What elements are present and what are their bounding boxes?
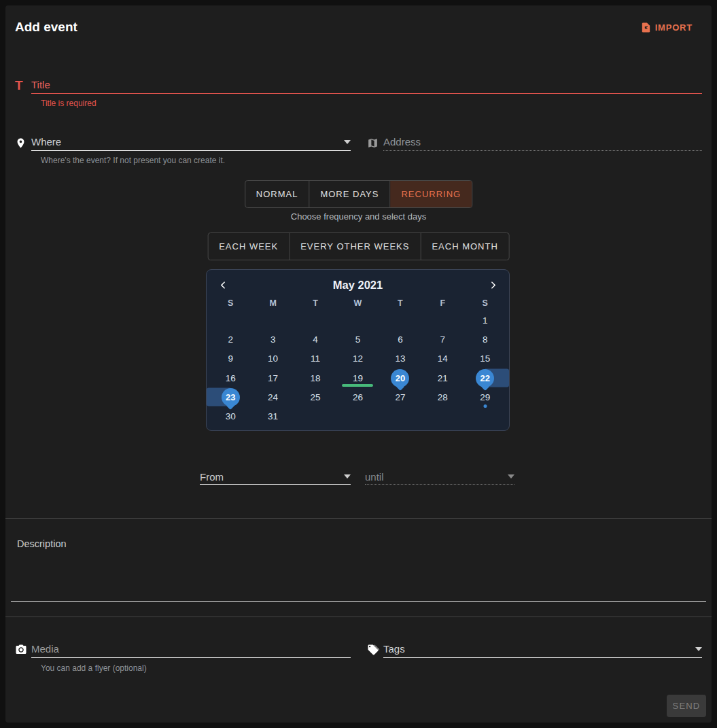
calendar-day[interactable]: 19 xyxy=(336,368,379,387)
calendar-day[interactable]: 22 xyxy=(464,368,506,387)
calendar-day[interactable]: 13 xyxy=(379,349,421,368)
calendar-day[interactable]: 12 xyxy=(336,349,379,368)
day-number: 13 xyxy=(395,353,405,364)
chevron-down-icon xyxy=(344,140,351,144)
calendar-day[interactable]: 2 xyxy=(209,330,251,349)
add-event-dialog: Add event IMPORT T Title Title is requir… xyxy=(5,5,712,723)
calendar-day[interactable]: 6 xyxy=(379,330,421,349)
import-button[interactable]: IMPORT xyxy=(640,22,693,33)
calendar: May 2021 SMTWTFS 12345678910111213141516… xyxy=(206,269,510,431)
weekday-label: W xyxy=(336,296,379,311)
media-field[interactable]: Media xyxy=(15,640,351,658)
calendar-day[interactable]: 18 xyxy=(294,368,336,387)
toggle-each-week[interactable]: EACH WEEK xyxy=(208,233,290,260)
day-number: 27 xyxy=(395,392,405,402)
calendar-day-empty xyxy=(421,311,464,330)
day-number: 14 xyxy=(438,353,448,364)
weekday-label: T xyxy=(379,296,421,311)
day-number: 8 xyxy=(483,334,488,345)
title-field[interactable]: T Title xyxy=(15,76,702,94)
day-number: 21 xyxy=(438,373,448,383)
toggle-normal[interactable]: NORMAL xyxy=(245,181,310,207)
where-label: Where xyxy=(31,136,61,148)
section-divider xyxy=(5,617,712,617)
calendar-day[interactable]: 11 xyxy=(294,349,336,368)
media-helper-text: You can add a flyer (optional) xyxy=(41,663,147,673)
day-number: 19 xyxy=(353,373,363,383)
calendar-day[interactable]: 25 xyxy=(294,387,336,406)
calendar-day-empty xyxy=(294,311,336,330)
calendar-day[interactable]: 1 xyxy=(464,311,506,330)
calendar-day[interactable]: 10 xyxy=(251,349,294,368)
toggle-more-days[interactable]: MORE DAYS xyxy=(309,181,390,207)
file-import-icon xyxy=(640,22,652,33)
calendar-day[interactable]: 3 xyxy=(251,330,294,349)
calendar-day[interactable]: 5 xyxy=(336,330,379,349)
title-placeholder: Title xyxy=(31,79,50,90)
day-number: 5 xyxy=(355,334,361,345)
day-number: 7 xyxy=(440,334,446,345)
until-field[interactable]: until xyxy=(365,469,514,485)
calendar-day[interactable]: 28 xyxy=(421,387,464,406)
day-number: 28 xyxy=(438,392,448,402)
calendar-day[interactable]: 4 xyxy=(294,330,336,349)
title-icon: T xyxy=(15,80,31,94)
calendar-day[interactable]: 30 xyxy=(209,406,251,426)
tags-placeholder: Tags xyxy=(383,643,405,655)
title-error-text: Title is required xyxy=(41,99,97,108)
calendar-next-button[interactable] xyxy=(479,280,506,290)
day-number: 1 xyxy=(483,315,488,326)
toggle-every-other-weeks[interactable]: EVERY OTHER WEEKS xyxy=(290,233,421,260)
calendar-day-empty xyxy=(379,406,421,426)
day-number: 29 xyxy=(480,392,490,402)
calendar-day-empty xyxy=(379,311,421,330)
calendar-day[interactable]: 16 xyxy=(209,368,251,387)
calendar-day[interactable]: 8 xyxy=(464,330,506,349)
calendar-prev-button[interactable] xyxy=(209,280,237,290)
address-field[interactable]: Address xyxy=(367,133,702,151)
calendar-day[interactable]: 14 xyxy=(421,349,464,368)
calendar-grid: 1234567891011121314151617181920212223242… xyxy=(209,311,506,426)
map-icon xyxy=(367,137,383,151)
from-field[interactable]: From xyxy=(200,469,351,485)
calendar-day[interactable]: 9 xyxy=(209,349,251,368)
chevron-down-icon xyxy=(508,474,514,479)
tags-field[interactable]: Tags xyxy=(367,640,702,658)
day-number: 3 xyxy=(270,334,276,345)
where-field[interactable]: Where xyxy=(15,133,351,151)
description-field[interactable]: Description xyxy=(11,533,706,602)
send-button[interactable]: SEND xyxy=(667,695,706,717)
calendar-day-empty xyxy=(251,311,294,330)
mode-toggle-group: NORMAL MORE DAYS RECURRING xyxy=(245,180,472,208)
calendar-weekdays: SMTWTFS xyxy=(209,296,506,311)
calendar-day[interactable]: 15 xyxy=(464,349,506,368)
tags-icon xyxy=(367,644,383,658)
calendar-day[interactable]: 21 xyxy=(421,368,464,387)
until-label: until xyxy=(365,471,384,483)
calendar-day[interactable]: 7 xyxy=(421,330,464,349)
calendar-day-empty xyxy=(209,311,251,330)
day-number: 4 xyxy=(313,334,318,345)
day-number: 9 xyxy=(228,353,233,364)
day-number: 30 xyxy=(226,411,236,421)
day-number: 18 xyxy=(311,373,321,383)
calendar-day-empty xyxy=(336,311,379,330)
day-number: 25 xyxy=(311,392,321,402)
chevron-right-icon xyxy=(489,280,497,290)
day-number: 11 xyxy=(311,353,320,364)
day-number: 31 xyxy=(268,411,278,421)
weekday-label: M xyxy=(251,296,294,311)
toggle-recurring[interactable]: RECURRING xyxy=(390,181,472,207)
calendar-day[interactable]: 26 xyxy=(336,387,379,406)
calendar-day[interactable]: 24 xyxy=(251,387,294,406)
calendar-day-empty xyxy=(336,406,379,426)
day-number: 16 xyxy=(226,373,236,383)
calendar-day[interactable]: 31 xyxy=(251,406,294,426)
day-number: 23 xyxy=(222,388,240,406)
calendar-day[interactable]: 23 xyxy=(209,387,251,406)
frequency-caption: Choose frequency and select days xyxy=(5,211,712,222)
event-indicator-bar xyxy=(342,384,373,387)
calendar-day[interactable]: 20 xyxy=(379,368,421,387)
calendar-day[interactable]: 17 xyxy=(251,368,294,387)
toggle-each-month[interactable]: EACH MONTH xyxy=(421,233,508,260)
